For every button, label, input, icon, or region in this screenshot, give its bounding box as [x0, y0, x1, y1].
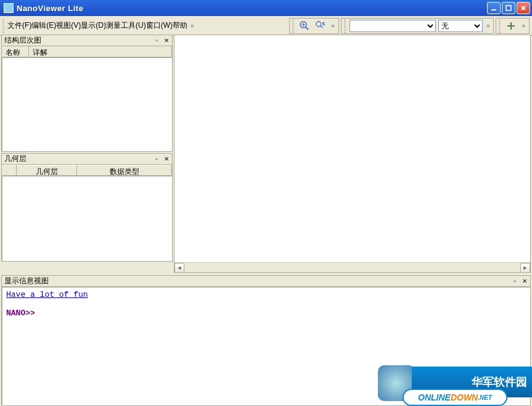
- toolbar-grip[interactable]: [2, 19, 4, 33]
- watermark-pill: ONLINEDOWN.NET: [403, 389, 507, 406]
- menu-measure[interactable]: 测量工具(U): [106, 20, 146, 31]
- info-prompt: NANO>>: [6, 309, 35, 318]
- structure-panel-titlebar: 结构层次图 ▫ ✕: [2, 35, 172, 46]
- plus-icon: [506, 21, 516, 31]
- add-button[interactable]: [504, 19, 518, 33]
- window-buttons: [487, 2, 532, 14]
- zoom-select-icon: [315, 20, 326, 31]
- menu-view[interactable]: 视图(V): [56, 20, 81, 31]
- geometry-col-type[interactable]: 数据类型: [77, 165, 172, 175]
- menu-window[interactable]: 窗口(W): [146, 20, 173, 31]
- zoom-select-button[interactable]: [314, 19, 327, 33]
- panel-dock-button[interactable]: ▫: [152, 155, 161, 164]
- panel-dock-button[interactable]: ▫: [152, 36, 161, 45]
- panel-dock-button[interactable]: ▫: [510, 277, 519, 286]
- canvas-view[interactable]: ◄ ►: [174, 35, 531, 273]
- zoom-overflow[interactable]: »: [330, 22, 336, 29]
- toolbar-combo-1[interactable]: [350, 20, 436, 32]
- zoom-in-button[interactable]: [298, 19, 311, 33]
- structure-panel-title: 结构层次图: [4, 35, 152, 46]
- toolbar-zoom-group: »: [289, 18, 339, 34]
- menubar: 文件(F) 编辑(E) 视图(V) 显示(D) 测量工具(U) 窗口(W) 帮助: [7, 20, 187, 31]
- right-column: ◄ ►: [173, 35, 531, 273]
- workarea: 结构层次图 ▫ ✕ 名称 详解 几何层 ▫ ✕ 几何层 数据类型: [1, 35, 531, 273]
- zoom-in-icon: [299, 20, 310, 31]
- geometry-panel-titlebar: 几何层 ▫ ✕: [2, 154, 172, 165]
- window-title: NanoViewer Lite: [17, 4, 487, 13]
- menubar-toolbar-row: 文件(F) 编辑(E) 视图(V) 显示(D) 测量工具(U) 窗口(W) 帮助…: [0, 16, 532, 36]
- menu-display[interactable]: 显示(D): [81, 20, 106, 31]
- app-icon: [4, 3, 14, 13]
- toolbar-grip[interactable]: [292, 19, 294, 33]
- geometry-col-geom[interactable]: 几何层: [17, 165, 77, 175]
- toolbar-plus-group: »: [496, 18, 530, 34]
- info-panel-titlebar: 显示信息视图 ▫ ✕: [2, 276, 530, 287]
- structure-columns: 名称 详解: [2, 46, 172, 57]
- left-column: 结构层次图 ▫ ✕ 名称 详解 几何层 ▫ ✕ 几何层 数据类型: [1, 35, 173, 273]
- geometry-list[interactable]: [2, 176, 172, 261]
- geometry-panel-title: 几何层: [4, 154, 152, 164]
- watermark-text: 华军软件园: [472, 375, 527, 389]
- structure-col-name[interactable]: 名称: [2, 46, 29, 57]
- toolbar-combo-2[interactable]: 无: [438, 20, 483, 32]
- canvas-hscroll[interactable]: ◄ ►: [174, 262, 530, 272]
- svg-rect-1: [506, 6, 511, 10]
- info-panel-title: 显示信息视图: [4, 276, 510, 286]
- panel-close-button[interactable]: ✕: [162, 36, 171, 45]
- minimize-button[interactable]: [487, 2, 501, 14]
- structure-col-detail[interactable]: 详解: [29, 46, 172, 57]
- maximize-button[interactable]: [502, 2, 515, 14]
- panel-close-button[interactable]: ✕: [162, 155, 171, 164]
- structure-panel: 结构层次图 ▫ ✕ 名称 详解: [1, 35, 173, 152]
- titlebar: NanoViewer Lite: [0, 0, 532, 16]
- menu-file[interactable]: 文件(F): [7, 20, 31, 31]
- combo-overflow[interactable]: »: [485, 22, 491, 29]
- menu-help[interactable]: 帮助: [173, 20, 187, 31]
- toolbar-grip[interactable]: [344, 19, 346, 33]
- svg-rect-0: [491, 9, 496, 10]
- info-link[interactable]: Have a lot of fun: [6, 290, 88, 299]
- geometry-col-blank[interactable]: [2, 165, 17, 175]
- svg-point-3: [316, 22, 321, 27]
- toolbar-grip[interactable]: [499, 19, 501, 33]
- plus-overflow[interactable]: »: [520, 22, 526, 29]
- scroll-right-icon[interactable]: ►: [520, 263, 530, 273]
- watermark: 华军软件园 ONLINEDOWN.NET: [378, 362, 532, 406]
- geometry-columns: 几何层 数据类型: [2, 165, 172, 176]
- menubar-overflow[interactable]: »: [189, 22, 195, 29]
- menu-edit[interactable]: 编辑(E): [31, 20, 56, 31]
- geometry-panel: 几何层 ▫ ✕ 几何层 数据类型: [1, 153, 173, 262]
- scroll-left-icon[interactable]: ◄: [174, 263, 184, 273]
- structure-tree[interactable]: [2, 57, 172, 151]
- toolbar-combo-group: 无 »: [341, 18, 494, 34]
- close-button[interactable]: [517, 2, 530, 14]
- scroll-track[interactable]: [184, 263, 520, 272]
- panel-close-button[interactable]: ✕: [520, 277, 529, 286]
